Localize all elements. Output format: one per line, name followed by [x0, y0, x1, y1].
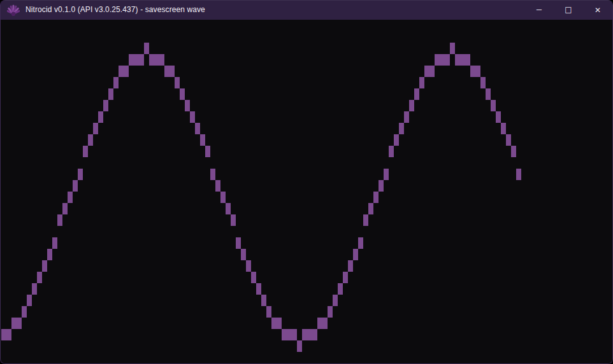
wave-block — [475, 66, 480, 77]
wave-block — [220, 192, 226, 203]
wave-block — [159, 54, 164, 66]
wave-block — [343, 272, 348, 283]
wave-block — [246, 260, 251, 272]
wave-block — [312, 329, 317, 340]
caption-buttons: ─ □ ✕ — [524, 0, 612, 20]
wave-block — [11, 318, 17, 329]
wave-block — [261, 295, 266, 306]
wave-block — [491, 100, 496, 111]
wave-block — [251, 272, 256, 283]
wave-block — [409, 100, 414, 111]
wave-block — [1, 329, 6, 340]
wave-block — [348, 260, 353, 272]
wave-block — [394, 134, 399, 146]
wave-block — [271, 318, 277, 329]
wave-block — [37, 272, 42, 283]
wave-block — [358, 237, 363, 249]
wave-block — [134, 54, 139, 66]
wave-block — [169, 66, 175, 77]
minimize-button[interactable]: ─ — [524, 0, 554, 20]
nitrocid-window: Nitrocid v0.1.0 (API v3.0.25.437) - save… — [0, 0, 613, 364]
nitrocid-logo-icon — [7, 4, 20, 16]
wave-block — [440, 54, 445, 66]
wave-block — [119, 66, 124, 77]
wave-block — [506, 134, 511, 146]
wave-block — [241, 249, 246, 260]
wave-block — [103, 100, 108, 111]
wave-block — [322, 318, 328, 329]
wave-block — [379, 180, 384, 192]
wave-block — [419, 77, 424, 88]
wave-block — [73, 180, 78, 192]
wave-block — [486, 88, 491, 100]
wave-block — [47, 249, 52, 260]
wave-block — [384, 169, 389, 180]
wave-block — [297, 340, 302, 352]
wave-block — [144, 43, 149, 54]
wave-block — [302, 329, 307, 340]
wave-block — [32, 283, 37, 295]
wave-block — [450, 43, 455, 54]
wave-block — [287, 329, 292, 340]
terminal-screen[interactable] — [1, 20, 613, 363]
wave-block — [27, 295, 32, 306]
wave-block — [414, 88, 419, 100]
wave-block — [231, 214, 236, 226]
wave-block — [210, 169, 215, 180]
wave-block — [399, 123, 404, 134]
wave-block — [292, 329, 297, 340]
wave-block — [353, 249, 358, 260]
wave-block — [338, 283, 343, 295]
wave-block — [62, 203, 68, 214]
wave-block — [496, 111, 501, 123]
wave-block — [328, 306, 333, 318]
wave-block — [180, 88, 185, 100]
wave-block — [52, 237, 57, 249]
wave-block — [516, 169, 521, 180]
wave-block — [333, 295, 338, 306]
wave-block — [435, 54, 440, 66]
wave-block — [129, 54, 134, 66]
wave-block — [78, 169, 83, 180]
wave-block — [256, 283, 261, 295]
wave-block — [307, 329, 312, 340]
wave-block — [465, 54, 470, 66]
wave-block — [205, 146, 210, 157]
wave-block — [501, 123, 506, 134]
wave-block — [277, 318, 282, 329]
wave-block — [190, 111, 195, 123]
wave-block — [363, 214, 368, 226]
wave-block — [429, 66, 435, 77]
wave-block — [215, 180, 220, 192]
wave-block — [195, 123, 200, 134]
window-titlebar[interactable]: Nitrocid v0.1.0 (API v3.0.25.437) - save… — [1, 0, 612, 20]
wave-block — [22, 306, 27, 318]
wave-block — [480, 77, 486, 88]
maximize-button[interactable]: □ — [554, 0, 583, 20]
wave-block — [266, 306, 271, 318]
wave-block — [185, 100, 190, 111]
wave-block — [175, 77, 180, 88]
wave-block — [88, 134, 93, 146]
wave-block — [470, 66, 475, 77]
wave-block — [124, 66, 129, 77]
wave-block — [368, 203, 373, 214]
wave-block — [389, 146, 394, 157]
wave-block — [42, 260, 47, 272]
wave-block — [226, 203, 231, 214]
wave-block — [460, 54, 465, 66]
wave-block — [236, 237, 241, 249]
wave-block — [108, 88, 113, 100]
wave-block — [200, 134, 205, 146]
wave-block — [113, 77, 119, 88]
wave-block — [68, 192, 73, 203]
wave-block — [373, 192, 379, 203]
close-button[interactable]: ✕ — [583, 0, 612, 20]
wave-block — [317, 318, 322, 329]
wave-block — [511, 146, 516, 157]
wave-block — [6, 329, 11, 340]
wave-block — [98, 111, 103, 123]
wave-block — [149, 54, 154, 66]
wave-block — [57, 214, 62, 226]
wave-block — [164, 66, 169, 77]
